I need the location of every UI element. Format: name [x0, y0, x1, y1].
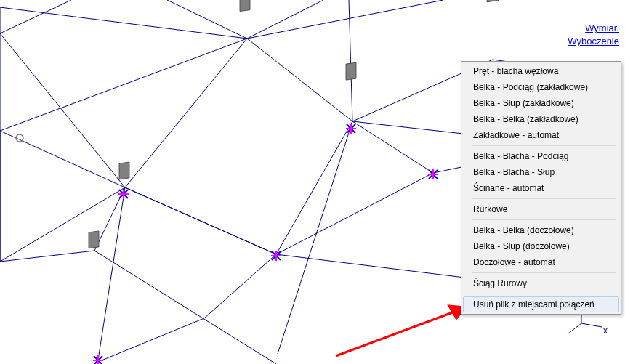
svg-line-29 — [167, 0, 247, 39]
menu-item-belka-belka-doczolowe[interactable]: Belka - Belka (doczołowe) — [463, 222, 619, 238]
menu-separator — [472, 219, 616, 220]
menu-item-doczolowe-automat[interactable]: Doczołowe - automat — [463, 254, 619, 270]
svg-line-27 — [204, 254, 276, 318]
svg-rect-32 — [240, 0, 250, 12]
menu-item-belka-slup-doczolowe[interactable]: Belka - Słup (doczołowe) — [463, 238, 619, 254]
menu-item-usun-plik-polaczen[interactable]: Usuń plik z miejscami połączeń — [463, 296, 619, 312]
menu-item-belka-blacha-podciag[interactable]: Belka - Blacha - Podciąg — [463, 148, 619, 164]
svg-line-8 — [247, 0, 323, 39]
menu-item-belka-blacha-slup[interactable]: Belka - Blacha - Słup — [463, 164, 619, 180]
menu-item-pret-blacha-wezlowa[interactable]: Pręt - blacha węzłowa — [463, 63, 619, 79]
svg-line-9 — [0, 0, 71, 33]
svg-line-14 — [0, 33, 125, 187]
menu-item-belka-podciag-zakladkowe[interactable]: Belka - Podciąg (zakładkowe) — [463, 79, 619, 95]
svg-line-30 — [98, 318, 204, 362]
svg-line-12 — [98, 187, 125, 360]
svg-line-64 — [568, 323, 581, 333]
axis-label-x: x — [603, 325, 608, 336]
top-links: Wymiar. Wyboczenie — [568, 22, 619, 48]
menu-item-zakladkowe-automat[interactable]: Zakładkowe - automat — [463, 127, 619, 143]
menu-separator — [472, 294, 616, 294]
svg-line-3 — [247, 39, 352, 121]
menu-item-sciag-rurowy[interactable]: Ściąg Rurowy — [463, 275, 619, 291]
svg-rect-33 — [346, 62, 356, 80]
svg-line-16 — [0, 187, 125, 262]
svg-line-19 — [125, 187, 276, 254]
svg-line-2 — [247, 0, 443, 39]
svg-line-61 — [336, 311, 456, 356]
svg-rect-34 — [487, 0, 499, 2]
svg-rect-35 — [119, 162, 129, 179]
svg-line-10 — [0, 131, 125, 187]
menu-separator — [472, 272, 616, 273]
menu-separator — [472, 198, 616, 199]
menu-separator — [472, 145, 616, 146]
svg-line-24 — [94, 251, 276, 364]
link-wymiar[interactable]: Wymiar. — [568, 22, 619, 35]
svg-line-13 — [125, 39, 247, 187]
menu-item-rurkowe[interactable]: Rurkowe — [463, 201, 619, 217]
svg-line-0 — [0, 7, 247, 39]
svg-point-31 — [16, 134, 23, 142]
svg-rect-36 — [89, 231, 99, 248]
link-wyboczenie[interactable]: Wyboczenie — [568, 35, 619, 48]
svg-line-4 — [278, 121, 352, 354]
svg-line-15 — [0, 39, 247, 131]
menu-item-belka-belka-zakladkowe[interactable]: Belka - Belka (zakładkowe) — [463, 111, 619, 127]
svg-line-25 — [0, 251, 94, 262]
svg-line-63 — [581, 323, 602, 327]
context-menu: Pręt - blacha węzłowa Belka - Podciąg (z… — [461, 61, 621, 315]
menu-item-scinane-automat[interactable]: Ścinane - automat — [463, 180, 619, 196]
menu-item-belka-slup-zakladkowe[interactable]: Belka - Słup (zakładkowe) — [463, 95, 619, 111]
